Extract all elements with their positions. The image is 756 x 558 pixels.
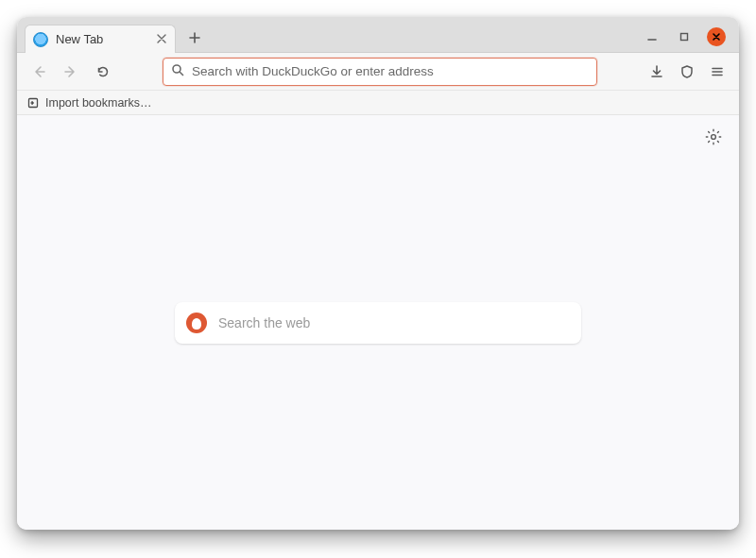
newtab-settings-button[interactable] [705,128,722,148]
plus-icon [188,31,201,44]
navigation-toolbar [17,53,739,91]
newtab-search-input[interactable] [218,315,570,330]
maximize-icon [679,31,690,42]
minimize-icon [646,31,658,42]
import-bookmarks-button[interactable]: Import bookmarks… [26,96,152,110]
back-button[interactable] [25,58,53,86]
import-icon [26,96,40,110]
reload-icon [95,64,111,79]
new-tab-page [17,115,739,530]
window-minimize-button[interactable] [643,27,662,46]
search-icon [171,63,184,79]
app-menu-button[interactable] [703,58,731,86]
svg-point-3 [712,135,716,140]
svg-rect-0 [681,34,688,41]
address-input[interactable] [192,64,589,78]
shield-icon [679,64,695,79]
close-icon[interactable] [156,33,167,46]
gear-icon [705,128,722,145]
new-tab-button[interactable] [181,25,208,51]
tab-title: New Tab [56,32,103,46]
newtab-search-bar[interactable] [175,302,581,344]
hamburger-icon [710,64,725,79]
shield-button[interactable] [673,58,701,86]
close-icon [712,32,721,42]
arrow-right-icon [63,64,78,79]
import-bookmarks-label: Import bookmarks… [45,96,152,110]
duckduckgo-logo [186,313,207,333]
tab-active[interactable]: New Tab [25,25,176,53]
browser-window: New Tab [17,17,739,530]
downloads-button[interactable] [643,58,671,86]
address-bar[interactable] [163,58,597,86]
bookmarks-toolbar: Import bookmarks… [17,91,739,115]
window-close-button[interactable] [707,27,726,46]
window-maximize-button[interactable] [675,27,694,46]
window-controls [643,27,731,52]
tab-strip: New Tab [17,17,739,53]
arrow-left-icon [31,64,46,79]
download-icon [649,64,664,79]
toolbar-right [643,58,731,86]
firefox-icon [33,32,48,47]
reload-button[interactable] [89,58,117,86]
forward-button[interactable] [57,58,85,86]
